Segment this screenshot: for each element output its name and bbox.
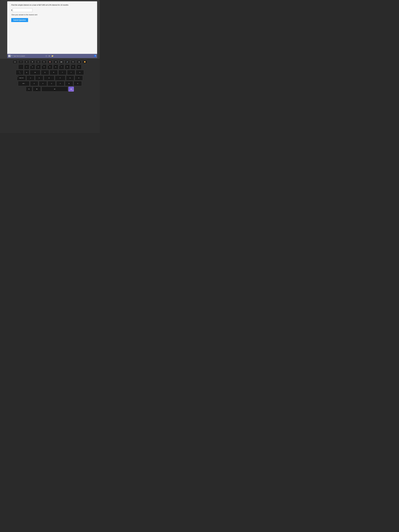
key-6[interactable]: ^6 [53,64,58,70]
edge-browser-icon[interactable] [94,55,96,57]
key-5[interactable]: %5 [47,64,52,70]
key-f11[interactable]: ◀ [76,60,82,64]
key-c[interactable]: C [48,81,56,86]
key-z[interactable]: Z [30,81,38,86]
submit-button[interactable]: Submit Question [11,18,28,22]
key-backtick[interactable]: ~` [18,64,24,70]
key-g[interactable]: G [66,76,74,81]
screen-area: Find the simple interest on a loan of $2… [7,1,97,58]
taskbar-search[interactable]: 🔍 Type here to search [11,55,25,57]
hint-text: Give your answer to the nearest cent [12,14,93,16]
key-y[interactable]: Y [67,70,75,75]
taskbar: 🔍 Type here to search ⊞ 📁 [7,54,97,58]
dollar-sign: $ [11,9,12,11]
function-row: esc ? ★ ✱ ⬛ f5 🔇 ◀ ▶▶ 🔊 f10 ◀ ⏩ [2,60,98,64]
key-f9[interactable]: 🔊 [65,60,70,64]
taskbar-multiwindow-icon[interactable]: ⊞ [49,55,50,57]
key-7[interactable]: &7 [59,64,64,70]
key-f4[interactable]: ⬛ [36,60,41,64]
asdf-row: ● caps lock A S D F G H [2,76,98,81]
number-row: ~` !1 @2 #3 $4 %5 ^6 &7 *8 (9 )0 [2,64,98,70]
key-space[interactable]: alt [41,87,68,92]
key-r[interactable]: R [50,70,58,75]
windows-icon[interactable] [8,55,10,57]
taskbar-folder-icon[interactable]: 📁 [51,55,53,57]
key-t[interactable]: T [58,70,66,75]
key-f7[interactable]: ◀ [53,60,58,64]
answer-input[interactable] [13,8,32,12]
key-fn[interactable]: fn [26,87,32,92]
key-f12[interactable]: ⏩ [82,60,87,64]
key-w[interactable]: W [30,70,40,75]
qwerty-row: |← →| Q W E R T Y U [2,70,98,75]
key-f[interactable]: F [55,76,65,81]
key-0[interactable]: )0 [76,64,82,70]
taskbar-search-placeholder: Type here to search [13,55,25,57]
key-2[interactable]: @2 [30,64,35,70]
key-h[interactable]: H [75,76,83,81]
key-capslock[interactable]: ● caps lock [17,76,26,81]
input-wrapper: $ [11,8,93,12]
key-n[interactable]: N [74,81,82,86]
key-f5[interactable]: f5 [41,60,47,64]
taskbar-center: ⊞ 📁 [46,55,53,57]
key-8[interactable]: *8 [65,64,70,70]
key-f1[interactable]: ? [18,60,24,64]
ai-key[interactable]: Ai [68,87,74,92]
key-s[interactable]: S [35,76,43,81]
taskbar-circle-icon[interactable] [46,55,47,57]
screen-content: Find the simple interest on a loan of $2… [7,1,97,54]
key-f6[interactable]: 🔇 [47,60,52,64]
bottom-row: fn ⊞ alt Ai [2,87,98,92]
key-u[interactable]: U [76,70,84,75]
search-icon: 🔍 [11,55,13,57]
key-9[interactable]: (9 [70,64,76,70]
laptop-frame: Find the simple interest on a loan of $2… [0,0,100,133]
key-x[interactable]: X [39,81,47,86]
key-f3[interactable]: ✱ [30,60,35,64]
key-e[interactable]: E [41,70,49,75]
key-v[interactable]: V [56,81,64,86]
key-3[interactable]: #3 [36,64,41,70]
key-d[interactable]: D [44,76,54,81]
zxcv-row: shift ↑ Z X C V B N [2,81,98,86]
keyboard-area: esc ? ★ ✱ ⬛ f5 🔇 ◀ ▶▶ 🔊 f10 ◀ ⏩ ~` !1 @2… [0,59,100,133]
key-b[interactable]: B [65,81,73,86]
key-esc[interactable]: esc [13,60,18,64]
key-tab[interactable]: |← →| [16,70,24,75]
key-f10[interactable]: f10 [70,60,76,64]
key-f2[interactable]: ★ [24,60,29,64]
key-q[interactable]: Q [24,70,29,75]
key-1[interactable]: !1 [24,64,29,70]
key-4[interactable]: $4 [41,64,47,70]
question-text: Find the simple interest on a loan of $2… [11,4,93,6]
key-shift-left[interactable]: shift ↑ [18,81,30,86]
key-windows-bottom[interactable]: ⊞ [33,87,41,92]
taskbar-right [94,55,96,57]
key-f8[interactable]: ▶▶ [59,60,64,64]
key-a[interactable]: A [26,76,35,81]
